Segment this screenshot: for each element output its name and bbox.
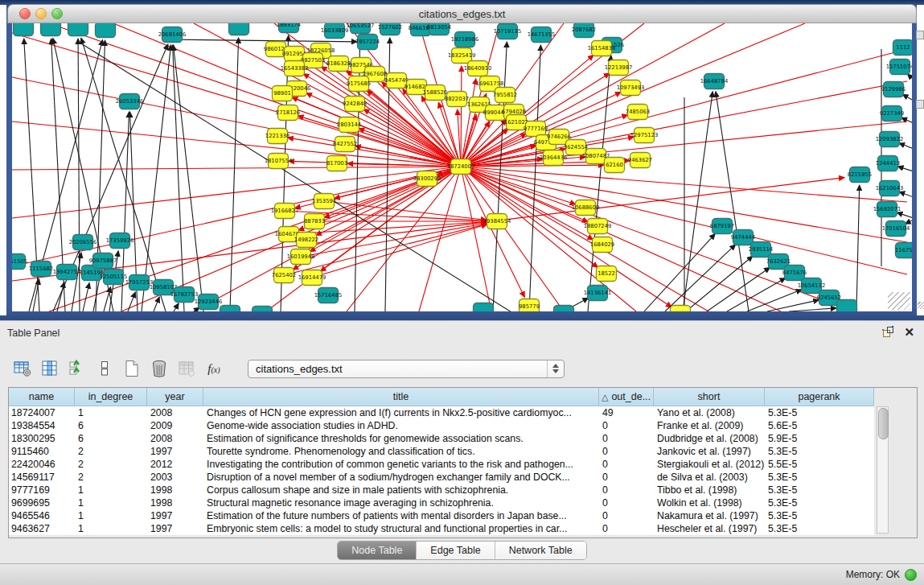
graph-node-label: 10973493	[617, 84, 645, 91]
graph-node-label: 18640910	[464, 65, 492, 72]
column-header-year[interactable]: year	[147, 388, 203, 406]
close-panel-icon[interactable]: ✕	[904, 327, 914, 338]
table-row[interactable]: 1938455462009Genome-wide association stu…	[9, 419, 874, 432]
create-table-icon[interactable]	[121, 357, 143, 380]
table-cell: Investigating the contribution of common…	[203, 458, 599, 471]
memory-status-label: Memory: OK	[846, 569, 900, 580]
table-settings-icon[interactable]	[11, 357, 34, 380]
graph-node[interactable]	[96, 23, 116, 38]
table-cell: Estimation of the future numbers of pati…	[203, 509, 599, 522]
graph-node-label: 18325419	[448, 52, 476, 59]
graph-node-label: 9777169	[524, 126, 548, 132]
network-canvas[interactable]: 2069140618931741603380910653527152760284…	[12, 23, 912, 311]
tab-node-table[interactable]: Node Table	[338, 542, 417, 559]
node-table: namein_degreeyeartitle△out_de...shortpag…	[8, 387, 918, 538]
graph-node-label: 6879197	[710, 223, 734, 229]
close-window-button[interactable]	[19, 8, 31, 19]
graph-node-label: 12505115	[100, 274, 128, 280]
table-cell: 0	[599, 496, 654, 509]
network-window-titlebar[interactable]: citations_edges.txt	[7, 4, 917, 23]
application-window: citations_edges.txt 20691406189317416033…	[0, 0, 924, 585]
table-cell: Disruption of a novel member of a sodium…	[203, 471, 599, 484]
table-cell: 0	[599, 509, 654, 522]
graph-node-label: 3624554	[564, 144, 588, 150]
table-vertical-scrollbar[interactable]	[877, 406, 889, 534]
column-header-title[interactable]: title	[203, 388, 599, 406]
table-cell: Stergiakouli et al. (2012)	[654, 458, 765, 471]
table-cell: 5.3E-5	[765, 509, 874, 522]
graph-node[interactable]	[220, 306, 240, 312]
graph-node[interactable]	[837, 300, 857, 312]
table-row[interactable]: 1456911722003Disruption of a novel membe…	[9, 471, 874, 484]
table-row[interactable]: 946362711997Embryonic stem cells: a mode…	[9, 522, 874, 535]
column-header-name[interactable]: name	[9, 388, 75, 406]
graph-node-label: 1684029	[590, 241, 614, 248]
table-cell: 2012	[147, 458, 203, 471]
table-row[interactable]: 946554611997Estimation of the future num…	[9, 509, 874, 522]
function-builder-icon[interactable]: f(x)	[203, 357, 225, 380]
graph-node[interactable]	[253, 307, 273, 312]
graph-node-label: 13942757	[53, 269, 81, 275]
table-cell: Tourette syndrome. Phenomenology and cla…	[203, 445, 599, 458]
table-cell: 1	[75, 522, 147, 535]
table-row[interactable]: 911546021997Tourette syndrome. Phenomeno…	[9, 445, 874, 458]
column-header-in_degree[interactable]: in_degree	[75, 388, 147, 406]
graph-node-label: 20206556	[69, 239, 97, 245]
graph-node-label: 17016504	[882, 225, 910, 232]
graph-node-label: 18807249	[584, 223, 612, 229]
table-cell: 6	[75, 419, 147, 432]
graph-node[interactable]	[554, 306, 574, 312]
row-height-icon[interactable]	[93, 357, 116, 380]
graph-node[interactable]	[41, 23, 61, 36]
table-cell: 5.3E-5	[765, 522, 874, 535]
table-row[interactable]: 969969511998Structural magnetic resonanc…	[9, 496, 874, 509]
scrollbar-thumb[interactable]	[878, 408, 889, 439]
canvas-resize-grip[interactable]	[888, 292, 910, 310]
tab-network-table[interactable]: Network Table	[495, 542, 586, 559]
table-cell: 2003	[147, 471, 203, 484]
select-rows-icon[interactable]	[66, 357, 88, 380]
graph-node[interactable]	[671, 306, 691, 312]
table-cell: 2008	[147, 432, 203, 445]
graph-edge	[899, 143, 912, 149]
minimize-window-button[interactable]	[35, 8, 47, 19]
delete-table-icon[interactable]	[148, 357, 170, 380]
table-row[interactable]: 977716911998Corpus callosum shape and si…	[9, 484, 874, 496]
resize-grip[interactable]	[918, 302, 924, 309]
graph-edge	[856, 185, 860, 311]
table-row[interactable]: 1872400712008Changes of HCN gene express…	[9, 406, 874, 419]
show-columns-icon[interactable]	[39, 357, 61, 380]
graph-edge	[154, 297, 159, 311]
graph-node[interactable]	[474, 303, 494, 312]
column-header-out_de[interactable]: △out_de...	[599, 388, 654, 406]
graph-node-label: 1112	[896, 44, 910, 51]
graph-edge	[727, 278, 786, 311]
table-cell: 2	[75, 458, 147, 471]
graph-node[interactable]	[68, 23, 88, 36]
table-row[interactable]: 2242004622012Investigating the contribut…	[9, 458, 874, 471]
table-selector-value: citations_edges.txt	[256, 363, 343, 375]
graph-edge	[899, 192, 912, 197]
column-header-short[interactable]: short	[654, 388, 765, 406]
table-cell: Changes of HCN gene expression and I(f) …	[203, 406, 599, 419]
table-cell: 5.3E-5	[765, 496, 874, 509]
graph-node-label: 1498222	[294, 237, 318, 243]
column-header-pagerank[interactable]: pagerank	[765, 388, 874, 406]
graph-node-label: 20364436	[540, 154, 568, 161]
tab-edge-table[interactable]: Edge Table	[417, 542, 495, 559]
graph-node[interactable]	[229, 23, 249, 35]
graph-node-label: 26053346	[116, 98, 144, 105]
graph-node[interactable]	[14, 23, 34, 36]
float-window-icon[interactable]	[882, 326, 894, 338]
table-cell: 0	[599, 432, 654, 445]
memory-ok-indicator-icon[interactable]	[905, 569, 917, 581]
graph-node-label: 12975123	[630, 132, 659, 138]
graph-node-label: 10958107	[150, 284, 178, 290]
graph-node-label: 2087682	[572, 27, 596, 33]
table-selector-dropdown[interactable]: citations_edges.txt	[248, 360, 565, 378]
graph-node-label: 1893174	[277, 23, 301, 28]
table-cell: 6	[75, 432, 147, 445]
background-window-sliver-right	[917, 5, 924, 315]
table-row[interactable]: 1830029562008Estimation of significance …	[9, 432, 874, 445]
zoom-window-button[interactable]	[51, 8, 63, 19]
